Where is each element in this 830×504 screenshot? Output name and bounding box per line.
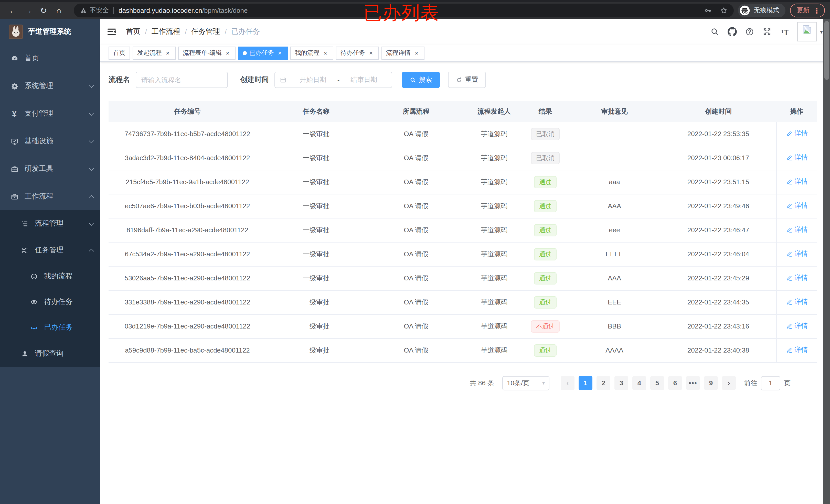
help-question-icon[interactable] bbox=[741, 27, 759, 36]
detail-link[interactable]: 详情 bbox=[786, 346, 808, 355]
sidebar-item-workflow[interactable]: 工作流程 bbox=[0, 183, 100, 210]
font-size-icon[interactable]: TT bbox=[776, 28, 793, 36]
comment-cell: BBB bbox=[568, 314, 661, 338]
url-separator bbox=[113, 7, 114, 14]
prev-page-button[interactable]: ‹ bbox=[561, 376, 574, 390]
detail-link[interactable]: 详情 bbox=[786, 177, 808, 187]
sidebar-item-dev-tools[interactable]: 研发工具 bbox=[0, 155, 100, 183]
tab-done-tasks[interactable]: 已办任务 × bbox=[238, 46, 288, 60]
page-button-5[interactable]: 5 bbox=[650, 376, 664, 390]
breadcrumb-item-done-tasks[interactable]: 已办任务 bbox=[231, 27, 260, 36]
sidebar-item-done-tasks[interactable]: 已办任务 bbox=[0, 315, 100, 340]
tab-my-process[interactable]: 我的流程 × bbox=[290, 46, 333, 60]
tab-start-process[interactable]: 发起流程 × bbox=[133, 46, 175, 60]
not-secure-warning-icon[interactable] bbox=[80, 7, 87, 14]
page-scrollbar[interactable] bbox=[823, 19, 830, 504]
detail-link[interactable]: 详情 bbox=[786, 298, 808, 307]
detail-link[interactable]: 详情 bbox=[786, 201, 808, 210]
fullscreen-icon[interactable] bbox=[759, 27, 776, 36]
browser-home-icon[interactable]: ⌂ bbox=[51, 6, 67, 14]
table-header-row: 任务编号任务名称所属流程流程发起人结果审批意见创建时间操作 bbox=[108, 101, 817, 122]
result-cell: 通过 bbox=[522, 194, 568, 218]
sidebar-item-system-management[interactable]: 系统管理 bbox=[0, 72, 100, 100]
browser-reload-icon[interactable]: ↻ bbox=[36, 6, 51, 14]
process-cell: OA 请假 bbox=[366, 146, 466, 170]
tab-process-detail[interactable]: 流程详情 × bbox=[381, 46, 424, 60]
breadcrumb-item-home[interactable]: 首页 bbox=[126, 27, 152, 36]
sidebar-toggle-hamburger-icon[interactable] bbox=[106, 27, 117, 37]
detail-link[interactable]: 详情 bbox=[786, 249, 808, 259]
password-key-icon[interactable] bbox=[704, 7, 712, 14]
github-icon[interactable] bbox=[724, 27, 741, 36]
end-date-placeholder[interactable]: 结束日期 bbox=[341, 75, 387, 85]
tab-form-edit[interactable]: 流程表单-编辑 × bbox=[178, 46, 235, 60]
sidebar-item-leave-query[interactable]: 请假查询 bbox=[0, 340, 100, 367]
browser-menu-icon[interactable]: ⋮ bbox=[813, 6, 820, 14]
chevron-icon bbox=[89, 195, 94, 200]
page-button-3[interactable]: 3 bbox=[614, 376, 628, 390]
process-cell: OA 请假 bbox=[366, 194, 466, 218]
sidebar-item-home[interactable]: 首页 bbox=[0, 44, 100, 72]
page-button-4[interactable]: 4 bbox=[632, 376, 646, 390]
select-caret-icon: ▾ bbox=[542, 380, 545, 386]
detail-link[interactable]: 详情 bbox=[786, 129, 808, 138]
tab-close-icon[interactable]: × bbox=[277, 49, 283, 56]
table-row: 331e3388-7b9a-11ec-a290-acde48001122 一级审… bbox=[108, 290, 817, 314]
actions-cell: 详情 bbox=[776, 218, 817, 242]
goto-page-input[interactable] bbox=[761, 376, 780, 390]
app-title: 芋道管理系统 bbox=[28, 27, 71, 36]
detail-link[interactable]: 详情 bbox=[786, 225, 808, 235]
tab-close-icon[interactable]: × bbox=[413, 49, 420, 56]
browser-back-icon[interactable]: ← bbox=[5, 6, 21, 14]
comment-cell: AAA bbox=[568, 194, 661, 218]
app-logo[interactable]: 芋道管理系统 bbox=[0, 19, 100, 44]
scrollbar-thumb[interactable] bbox=[824, 21, 829, 80]
sidebar-item-task-management[interactable]: 任务管理 bbox=[0, 237, 100, 264]
tab-todo-tasks[interactable]: 待办任务 × bbox=[336, 46, 379, 60]
tab-close-icon[interactable]: × bbox=[164, 49, 171, 56]
sidebar-item-process-management[interactable]: 流程管理 bbox=[0, 210, 100, 237]
range-separator: - bbox=[337, 76, 341, 83]
page-button-1[interactable]: 1 bbox=[579, 376, 593, 390]
search-button[interactable]: 搜索 bbox=[402, 72, 440, 88]
edit-pen-icon bbox=[786, 227, 793, 233]
create-time-range-picker[interactable]: 开始日期 - 结束日期 bbox=[275, 72, 392, 88]
result-tag: 通过 bbox=[534, 344, 556, 357]
goto-label: 前往 bbox=[744, 378, 757, 388]
process-name-input[interactable] bbox=[136, 72, 228, 88]
page-button-2[interactable]: 2 bbox=[597, 376, 610, 390]
sidebar-item-todo-tasks[interactable]: 待办任务 bbox=[0, 289, 100, 315]
actions-cell: 详情 bbox=[776, 242, 817, 266]
page-button-6[interactable]: 6 bbox=[668, 376, 682, 390]
actions-cell: 详情 bbox=[776, 146, 817, 170]
starter-cell: 芋道源码 bbox=[466, 266, 522, 290]
sidebar-item-my-process[interactable]: 我的流程 bbox=[0, 264, 100, 289]
avatar[interactable] bbox=[797, 22, 817, 41]
detail-link[interactable]: 详情 bbox=[786, 153, 808, 163]
tab-home[interactable]: 首页 bbox=[108, 46, 130, 60]
browser-forward-icon[interactable]: → bbox=[21, 6, 36, 14]
column-id: 任务编号 bbox=[108, 101, 266, 122]
bookmark-star-icon[interactable] bbox=[720, 7, 728, 14]
task-name-cell: 一级审批 bbox=[266, 314, 366, 338]
sidebar-item-payment-management[interactable]: ¥ 支付管理 bbox=[0, 100, 100, 127]
next-page-button[interactable]: › bbox=[722, 376, 736, 390]
column-actions: 操作 bbox=[776, 101, 817, 122]
tab-close-icon[interactable]: × bbox=[368, 49, 374, 56]
column-result: 结果 bbox=[522, 101, 568, 122]
breadcrumb-item-task-management[interactable]: 任务管理 bbox=[191, 27, 231, 36]
reset-button[interactable]: 重置 bbox=[448, 72, 486, 88]
page-button-more[interactable]: ••• bbox=[686, 376, 700, 390]
page-size-select[interactable]: 10条/页 ▾ bbox=[502, 376, 549, 390]
tab-close-icon[interactable]: × bbox=[322, 49, 329, 56]
detail-link[interactable]: 详情 bbox=[786, 273, 808, 283]
detail-link[interactable]: 详情 bbox=[786, 322, 808, 331]
sidebar-item-infrastructure[interactable]: 基础设施 bbox=[0, 127, 100, 155]
tab-close-icon[interactable]: × bbox=[224, 49, 231, 56]
browser-update-button[interactable]: 更新 ⋮ bbox=[790, 4, 825, 18]
avatar-caret-icon[interactable]: ▾ bbox=[820, 28, 823, 35]
page-button-9[interactable]: 9 bbox=[704, 376, 718, 390]
start-date-placeholder[interactable]: 开始日期 bbox=[290, 75, 337, 85]
search-icon[interactable] bbox=[706, 27, 724, 36]
breadcrumb-item-workflow[interactable]: 工作流程 bbox=[152, 27, 191, 36]
